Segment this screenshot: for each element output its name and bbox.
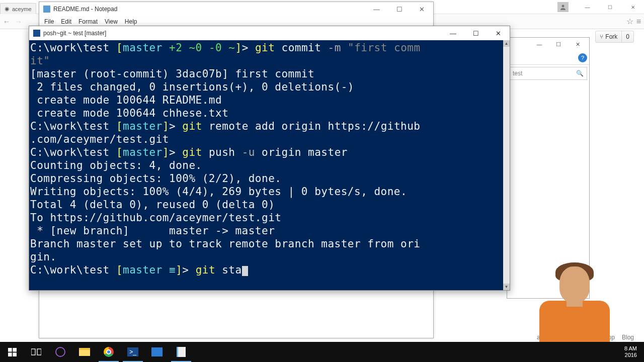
fork-label: Fork (605, 33, 617, 40)
powershell-window: posh~git ~ test [master] — ☐ ✕ C:\work\t… (29, 26, 510, 291)
explorer-close-button[interactable]: ✕ (568, 39, 587, 50)
back-button[interactable]: ← (3, 18, 10, 26)
bookmark-star-icon[interactable]: ☆ (626, 17, 633, 26)
help-icon[interactable]: ? (578, 53, 587, 62)
menu-format[interactable]: Format (75, 17, 101, 26)
start-button[interactable] (0, 342, 24, 362)
github-icon: ◉ (5, 6, 10, 12)
menu-file[interactable]: File (41, 17, 57, 26)
browser-menu-icon[interactable]: ≡ (636, 17, 641, 26)
taskbar-app-icon[interactable] (145, 342, 169, 362)
browser-close-button[interactable]: ✕ (621, 0, 644, 14)
svg-rect-1 (8, 348, 12, 352)
taskbar-notepad-icon[interactable] (169, 342, 193, 362)
terminal-title: posh~git ~ test [master] (43, 30, 106, 37)
footer-link[interactable]: Blog (622, 334, 634, 341)
terminal-titlebar[interactable]: posh~git ~ test [master] — ☐ ✕ (29, 26, 510, 40)
browser-maximize-button[interactable]: ☐ (599, 0, 621, 14)
notepad-maximize-button[interactable]: ☐ (388, 2, 411, 16)
tab-label: aceyme (12, 6, 32, 12)
taskbar-clock[interactable]: 8 AM 2016 (621, 345, 640, 358)
task-view-button[interactable] (24, 342, 48, 362)
taskbar-chrome-icon[interactable] (97, 342, 121, 362)
svg-rect-5 (31, 349, 35, 355)
terminal-close-button[interactable]: ✕ (487, 26, 510, 40)
terminal-scrollbar[interactable]: ▲ ▼ (503, 40, 510, 290)
clock-date: 2016 (624, 352, 637, 358)
taskbar: >_ 8 AM 2016 (0, 342, 644, 362)
terminal-maximize-button[interactable]: ☐ (464, 26, 487, 40)
fork-count: 0 (622, 33, 633, 40)
search-text: test (513, 70, 522, 77)
scroll-down-icon[interactable]: ▼ (503, 284, 510, 290)
menu-view[interactable]: View (102, 17, 121, 26)
svg-rect-6 (37, 349, 41, 355)
menu-help[interactable]: Help (122, 17, 140, 26)
taskbar-explorer-icon[interactable] (72, 342, 97, 362)
notepad-minimize-button[interactable]: — (365, 2, 388, 16)
user-icon[interactable] (557, 2, 569, 12)
svg-rect-2 (13, 348, 17, 352)
terminal-body[interactable]: C:\work\test [master +2 ~0 -0 ~]> git co… (29, 40, 503, 290)
svg-rect-4 (13, 352, 17, 356)
fork-button[interactable]: ⑂ Fork 0 (595, 31, 634, 43)
search-icon: 🔍 (576, 70, 584, 77)
scroll-up-icon[interactable]: ▲ (503, 40, 510, 47)
explorer-search-input[interactable]: test 🔍 (509, 67, 587, 80)
terminal-minimize-button[interactable]: — (442, 26, 464, 40)
notepad-close-button[interactable]: ✕ (411, 2, 433, 16)
svg-point-0 (562, 5, 565, 8)
explorer-maximize-button[interactable]: ☐ (549, 39, 568, 50)
powershell-icon (33, 30, 40, 37)
browser-tab[interactable]: ◉ aceyme (0, 3, 36, 14)
fork-icon: ⑂ (600, 33, 603, 40)
taskbar-cortana-icon[interactable] (48, 342, 72, 362)
notepad-titlebar[interactable]: README.md - Notepad — ☐ ✕ (39, 2, 433, 16)
notepad-icon (43, 6, 50, 13)
explorer-minimize-button[interactable]: — (530, 39, 549, 50)
browser-minimize-button[interactable]: — (576, 0, 599, 14)
svg-rect-3 (8, 352, 12, 356)
taskbar-powershell-icon[interactable]: >_ (121, 342, 145, 362)
menu-edit[interactable]: Edit (58, 17, 74, 26)
notepad-title: README.md - Notepad (53, 6, 117, 13)
clock-time: 8 AM (624, 345, 637, 352)
forward-button[interactable]: → (15, 18, 22, 26)
